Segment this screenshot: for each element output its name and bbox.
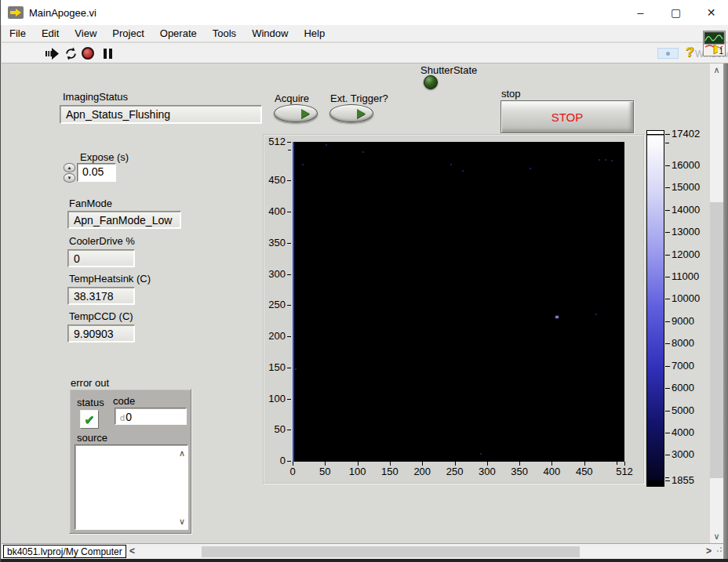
- scroll-right-arrow-icon[interactable]: >: [706, 546, 712, 557]
- menu-item-project[interactable]: Project: [104, 26, 151, 41]
- temp-ccd-label: TempCCD (C): [69, 310, 133, 322]
- imaging-status-indicator: Apn_Status_Flushing: [60, 105, 262, 124]
- y-axis-tick-label: 100: [260, 393, 286, 404]
- stop-button[interactable]: STOP: [500, 100, 634, 133]
- menu-item-edit[interactable]: Edit: [34, 26, 67, 41]
- colorbar-gradient: [647, 136, 664, 480]
- z-scale-tick-label: 13000: [672, 226, 700, 237]
- vertical-scrollbar[interactable]: ∧ ∨: [710, 63, 723, 543]
- resize-grip[interactable]: [717, 550, 719, 552]
- menu-item-tools[interactable]: Tools: [205, 26, 244, 41]
- pause-button-icon[interactable]: [100, 47, 115, 60]
- y-axis-tick-label: 300: [260, 268, 286, 280]
- front-panel: ImagingStatus Apn_Status_Flushing Expose…: [2, 63, 710, 543]
- stop-label: stop: [501, 88, 521, 100]
- temp-heatsink-indicator: 38.3178: [67, 287, 135, 305]
- shutter-state-label: ShutterState: [420, 64, 477, 76]
- watermark-dot: [666, 52, 670, 56]
- stop-button-text: STOP: [551, 111, 584, 124]
- menu-item-window[interactable]: Window: [244, 26, 296, 41]
- z-scale-minor-tick: [665, 143, 669, 143]
- menu-item-view[interactable]: View: [67, 26, 104, 41]
- fan-mode-indicator: Apn_FanMode_Low: [67, 211, 181, 229]
- run-continuously-button-icon[interactable]: [64, 47, 78, 60]
- error-source-field[interactable]: ∧ ∨: [75, 444, 188, 530]
- z-scale-tick-label: 1855: [672, 474, 694, 486]
- z-scale-tick: [665, 255, 670, 256]
- x-axis-tick-label: 300: [479, 466, 496, 477]
- labview-window: MainApogee.vi – ▢ ✕ FileEditViewProjectO…: [0, 0, 728, 562]
- expose-label: Expose (s): [80, 151, 129, 163]
- x-axis-tick-label: 50: [319, 466, 330, 477]
- y-axis-tick: [287, 368, 291, 368]
- x-axis-tick-label: 512: [616, 466, 633, 477]
- z-scale-tick: [665, 480, 670, 481]
- z-scale-tick: [665, 366, 670, 367]
- x-axis-tick-label: 100: [349, 466, 366, 477]
- green-arrow-icon: [357, 109, 366, 118]
- scroll-down-arrow-icon[interactable]: ∨: [710, 531, 723, 542]
- error-code-value: 0: [126, 411, 132, 423]
- horizontal-scrollbar-thumb[interactable]: [202, 546, 580, 557]
- acquire-label: Acquire: [275, 92, 309, 104]
- menu-item-help[interactable]: Help: [296, 26, 333, 41]
- y-axis-tick-label: 0: [260, 455, 286, 466]
- noise-pixel: [605, 159, 606, 161]
- y-axis-tick: [287, 180, 291, 181]
- maximize-button[interactable]: ▢: [658, 0, 693, 25]
- y-axis-tick: [287, 399, 291, 400]
- z-scale-tick-label: 14000: [672, 204, 700, 216]
- expose-decrement-button[interactable]: ▼: [64, 173, 75, 183]
- error-status-indicator: ✔: [80, 410, 99, 429]
- scroll-down-icon[interactable]: ∨: [179, 517, 185, 525]
- y-axis-tick-label: 400: [260, 205, 286, 217]
- noise-pixel: [611, 160, 613, 161]
- z-scale-tick: [665, 134, 670, 135]
- bottom-bar: bk4051.lvproj/My Computer < >: [2, 543, 723, 559]
- scroll-left-arrow-icon[interactable]: <: [129, 546, 135, 557]
- y-axis-tick: [287, 243, 291, 244]
- ext-trigger-button[interactable]: [329, 104, 373, 122]
- z-scale-tick: [665, 165, 670, 166]
- z-scale-tick-label: 12000: [672, 248, 700, 260]
- x-axis-tick-label: 400: [544, 466, 561, 477]
- bright-spot: [555, 316, 559, 318]
- run-button-icon[interactable]: [46, 47, 60, 60]
- x-axis-tick-label: 250: [446, 466, 464, 477]
- vi-icon[interactable]: 1: [703, 31, 726, 56]
- y-axis-tick: [287, 336, 291, 337]
- z-scale-tick-label: 7000: [672, 360, 694, 372]
- abort-button-icon[interactable]: [82, 47, 94, 60]
- error-code-label: code: [113, 395, 135, 407]
- y-axis-tick: [287, 212, 291, 212]
- scroll-up-arrow-icon[interactable]: ∧: [710, 64, 723, 76]
- error-code-field[interactable]: d 0: [115, 408, 187, 425]
- checkmark-icon: ✔: [84, 412, 94, 427]
- z-scale-minor-tick: [665, 477, 669, 478]
- menu-item-operate[interactable]: Operate: [152, 26, 205, 41]
- z-scale-tick: [665, 321, 670, 322]
- scroll-up-icon[interactable]: ∧: [179, 449, 185, 457]
- ext-trigger-label: Ext. Trigger?: [330, 92, 388, 104]
- cursor-line: [293, 142, 294, 462]
- noise-pixel: [302, 164, 304, 165]
- x-axis-tick-label: 200: [413, 466, 431, 477]
- acquire-button[interactable]: [274, 104, 318, 122]
- close-button[interactable]: ✕: [693, 0, 728, 25]
- z-scale-tick-label: 5000: [672, 404, 694, 416]
- colorbar-max-cap: [647, 131, 664, 135]
- vertical-scrollbar-thumb[interactable]: [710, 202, 723, 478]
- menu-item-file[interactable]: File: [2, 26, 34, 41]
- intensity-graph-plot-area[interactable]: [293, 142, 624, 462]
- minimize-button[interactable]: –: [623, 0, 658, 25]
- x-axis-tick-label: 450: [576, 466, 593, 477]
- context-help-icon[interactable]: ?: [686, 45, 693, 60]
- z-scale-colorbar[interactable]: [646, 130, 664, 487]
- imaging-status-label: ImagingStatus: [63, 91, 128, 103]
- execution-target-label[interactable]: bk4051.lvproj/My Computer: [3, 545, 126, 558]
- y-axis-tick: [287, 274, 291, 275]
- z-scale-tick-label: 11000: [672, 270, 699, 282]
- y-axis-tick-label: 250: [260, 299, 286, 310]
- expose-input[interactable]: 0.05: [77, 163, 116, 182]
- expose-increment-button[interactable]: ▲: [64, 163, 75, 172]
